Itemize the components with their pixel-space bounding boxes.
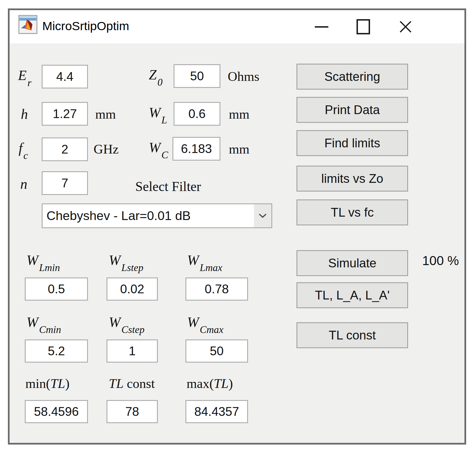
- wl-label: WL: [149, 105, 167, 119]
- wl-input[interactable]: [174, 102, 220, 126]
- fc-unit: GHz: [94, 143, 119, 156]
- select-filter-label: Select Filter: [135, 180, 201, 193]
- z0-label: Z0: [149, 68, 163, 82]
- tl-vs-fc-button[interactable]: TL vs fc: [296, 199, 408, 225]
- h-label: h: [21, 107, 29, 121]
- tl-la-la-button[interactable]: TL, L_A, L_A': [296, 282, 408, 308]
- window-title: MicroSrtipOptim: [42, 10, 129, 43]
- matlab-icon: [18, 15, 37, 34]
- minimize-icon: [315, 26, 328, 28]
- wcstep-label: WCstep: [109, 315, 145, 329]
- progress-percent: 100 %: [422, 253, 459, 268]
- wlmax-input[interactable]: [185, 277, 248, 301]
- min-tl-input[interactable]: [25, 400, 88, 423]
- z0-unit: Ohms: [228, 70, 259, 83]
- n-label: n: [20, 177, 28, 191]
- wcmax-input[interactable]: [185, 339, 248, 363]
- wlstep-input[interactable]: [107, 277, 158, 301]
- wl-unit: mm: [229, 108, 249, 121]
- limits-vs-zo-button[interactable]: limits vs Zo: [296, 166, 408, 192]
- maximize-button[interactable]: [348, 10, 379, 43]
- wcstep-input[interactable]: [107, 339, 158, 363]
- minimize-button[interactable]: [306, 10, 337, 43]
- wlmin-label: WLmin: [26, 253, 60, 267]
- wcmax-label: WCmax: [187, 315, 223, 329]
- z0-input[interactable]: [174, 64, 220, 88]
- fc-label: fc: [19, 141, 28, 155]
- h-unit: mm: [95, 108, 116, 121]
- er-input[interactable]: [42, 65, 88, 88]
- wc-unit: mm: [229, 143, 249, 156]
- find-limits-button[interactable]: Find limits: [296, 130, 408, 156]
- filter-dropdown[interactable]: Chebyshev - Lar=0.01 dB: [42, 203, 272, 228]
- max-tl-input[interactable]: [185, 400, 248, 423]
- wcmin-input[interactable]: [25, 339, 88, 363]
- wlstep-label: WLstep: [109, 253, 143, 267]
- maximize-icon: [357, 19, 370, 34]
- fc-input[interactable]: [42, 137, 88, 161]
- wc-label: WC: [149, 140, 168, 154]
- filter-selected-value: Chebyshev - Lar=0.01 dB: [43, 208, 254, 223]
- screen: MicroSrtipOptim Er h mm fc: [0, 0, 476, 453]
- wlmin-input[interactable]: [25, 277, 88, 301]
- h-input[interactable]: [42, 102, 88, 126]
- close-icon: [398, 20, 413, 34]
- simulate-button[interactable]: Simulate: [296, 250, 408, 276]
- chevron-down-icon: [258, 213, 267, 218]
- max-tl-label: max(TL): [187, 377, 233, 390]
- close-button[interactable]: [390, 10, 421, 43]
- tl-const-button[interactable]: TL const: [296, 322, 408, 348]
- print-data-button[interactable]: Print Data: [296, 97, 408, 123]
- dropdown-arrow-zone[interactable]: [254, 204, 271, 227]
- title-bar: MicroSrtipOptim: [10, 10, 464, 43]
- wc-input[interactable]: [172, 137, 220, 161]
- min-tl-label: min(TL): [25, 377, 70, 390]
- scattering-button[interactable]: Scattering: [296, 64, 408, 90]
- er-label: Er: [18, 68, 32, 82]
- app-window: MicroSrtipOptim Er h mm fc: [8, 8, 466, 445]
- tl-const-input[interactable]: [107, 400, 158, 423]
- tl-const-label: TL const: [109, 377, 155, 390]
- wlmax-label: WLmax: [187, 253, 222, 267]
- wcmin-label: WCmin: [26, 315, 61, 329]
- n-input[interactable]: [42, 171, 88, 195]
